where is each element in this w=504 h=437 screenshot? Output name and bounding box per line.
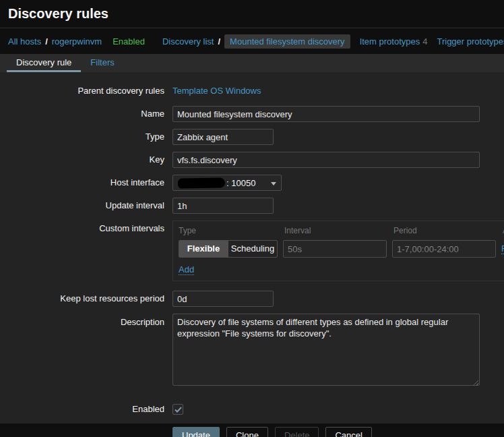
breadcrumb: All hosts / rogerpwinvm Enabled ZBX SNMP…: [8, 34, 504, 49]
custom-intervals-label: Custom intervals: [0, 221, 172, 237]
discovery-rules-page: Discovery rules All hosts / rogerpwinvm …: [0, 0, 504, 437]
toggle-option-flexible[interactable]: Flexible: [179, 241, 228, 257]
form-row-parent: Parent discovery rules Template OS Windo…: [0, 83, 504, 99]
host-interface-select[interactable]: : 10050: [172, 175, 282, 191]
form-row-update-interval: Update interval: [0, 198, 504, 214]
column-header-period: Period: [393, 226, 503, 235]
breadcrumb-current-rule[interactable]: Mounted filesystem discovery: [224, 34, 350, 49]
toggle-option-scheduling[interactable]: Scheduling: [228, 241, 277, 257]
description-textarea[interactable]: Discovery of file systems of different t…: [172, 314, 480, 386]
breadcrumb-host-link[interactable]: rogerpwinvm: [52, 36, 102, 47]
breadcrumb-item-prototypes-link[interactable]: Item prototypes: [360, 36, 420, 47]
form-footer: Update Clone Delete Cancel: [172, 427, 504, 437]
breadcrumb-separator: /: [45, 36, 48, 47]
keep-lost-resources-label: Keep lost resources period: [0, 291, 172, 307]
item-prototypes-count: 4: [422, 36, 427, 47]
add-interval-link[interactable]: Add: [179, 264, 194, 275]
period-input[interactable]: [392, 240, 496, 258]
key-label: Key: [0, 152, 172, 168]
discovery-rule-form: Parent discovery rules Template OS Windo…: [0, 72, 504, 424]
delete-button[interactable]: Delete: [275, 427, 319, 437]
breadcrumb-trigger-prototypes-link[interactable]: Trigger prototypes: [437, 36, 504, 47]
custom-intervals-header: Type Interval Period Action: [173, 221, 504, 240]
type-label: Type: [0, 129, 172, 145]
form-row-custom-intervals: Custom intervals Type Interval Period Ac…: [0, 221, 504, 281]
cancel-button[interactable]: Cancel: [325, 427, 371, 437]
keep-lost-resources-input[interactable]: [172, 291, 274, 307]
check-icon: [175, 407, 182, 413]
description-wrapper: Discovery of file systems of different t…: [172, 314, 480, 388]
form-row-description: Description Discovery of file systems of…: [0, 314, 504, 388]
update-button[interactable]: Update: [172, 427, 220, 437]
custom-intervals-table: Type Interval Period Action Flexible Sch…: [172, 221, 504, 281]
form-row-type: Type: [0, 129, 504, 145]
key-input[interactable]: [172, 152, 480, 168]
breadcrumb-separator: /: [218, 36, 220, 47]
page-header: Discovery rules: [0, 0, 504, 28]
host-interface-port: : 10050: [226, 178, 255, 188]
form-row-enabled: Enabled: [0, 401, 504, 417]
description-label: Description: [0, 314, 172, 329]
parent-discovery-rules-label: Parent discovery rules: [0, 83, 172, 99]
page-title: Discovery rules: [8, 6, 496, 22]
custom-interval-row: Flexible Scheduling Remove: [173, 240, 504, 258]
parent-template-link[interactable]: Template OS Windows: [172, 83, 261, 99]
chevron-down-icon: [271, 182, 276, 185]
name-input[interactable]: [172, 106, 480, 122]
interval-type-toggle: Flexible Scheduling: [179, 240, 278, 258]
clone-button[interactable]: Clone: [226, 427, 268, 437]
interval-input[interactable]: [283, 240, 387, 258]
type-select[interactable]: [172, 129, 274, 145]
host-status-badge: Enabled: [113, 36, 145, 47]
update-interval-label: Update interval: [0, 198, 172, 214]
breadcrumb-all-hosts-link[interactable]: All hosts: [8, 36, 41, 47]
enabled-label: Enabled: [0, 401, 172, 417]
remove-interval-link[interactable]: Remove: [501, 243, 504, 254]
column-header-type: Type: [179, 226, 284, 235]
tab-bar: Discovery rule Filters: [0, 54, 504, 72]
host-interface-label: Host interface: [0, 175, 172, 191]
update-interval-input[interactable]: [172, 198, 274, 214]
redacted-host-address: [178, 177, 225, 188]
breadcrumb-discovery-list-link[interactable]: Discovery list: [162, 36, 214, 47]
column-header-interval: Interval: [284, 226, 393, 235]
tab-filters[interactable]: Filters: [81, 54, 123, 72]
form-row-name: Name: [0, 106, 504, 122]
enabled-checkbox[interactable]: [172, 404, 183, 415]
form-row-host-interface: Host interface : 10050: [0, 175, 504, 191]
add-interval-row: Add: [179, 264, 504, 274]
form-row-key: Key: [0, 152, 504, 168]
tab-discovery-rule[interactable]: Discovery rule: [7, 54, 81, 72]
form-row-keep-lost: Keep lost resources period: [0, 291, 504, 307]
header-divider: [0, 28, 504, 28]
name-label: Name: [0, 106, 172, 122]
